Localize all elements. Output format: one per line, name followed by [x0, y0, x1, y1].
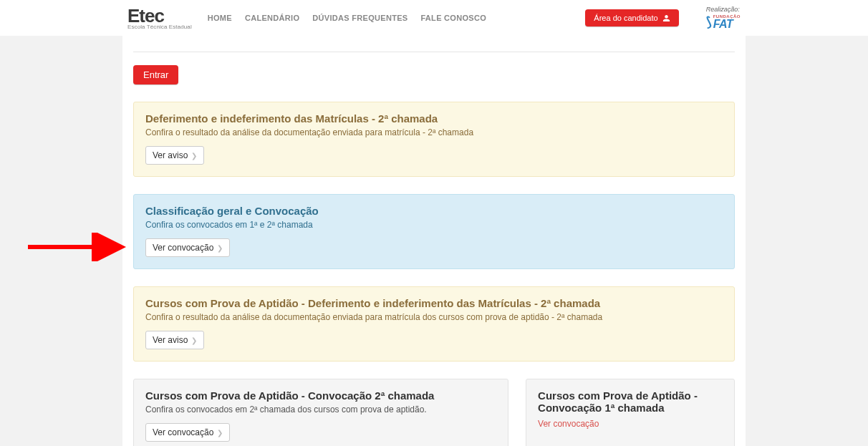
- top-header: Etec Escola Técnica Estadual HOME CALEND…: [0, 0, 868, 36]
- panel-title: Deferimento e indeferimento das Matrícul…: [145, 112, 723, 125]
- ver-convocacao-button[interactable]: Ver convocação ❯: [145, 423, 230, 442]
- ver-aviso-button[interactable]: Ver aviso ❯: [145, 331, 204, 349]
- realizacao-label: Realização:: [706, 6, 740, 13]
- panel-title: Classificação geral e Convocação: [145, 205, 723, 217]
- fat-main-text: FAT: [713, 19, 741, 30]
- ver-convocacao-button[interactable]: Ver convocação ❯: [145, 238, 230, 257]
- fat-logo[interactable]: ⟆ FUNDAÇÃO FAT: [706, 14, 741, 30]
- nav-contact[interactable]: FALE CONOSCO: [420, 14, 486, 22]
- panel-text: Confira os convocados em 2ª chamada dos …: [145, 404, 496, 415]
- chevron-right-icon: ❯: [191, 152, 197, 160]
- panel-aptidao-convocacao-1a: Cursos com Prova de Aptidão - Convocação…: [526, 379, 735, 446]
- annotation-arrow-icon: [24, 233, 132, 261]
- main-nav: HOME CALENDÁRIO DÚVIDAS FREQUENTES FALE …: [208, 14, 486, 22]
- logo-main-text: Etec: [127, 6, 192, 25]
- fat-swirl-icon: ⟆: [705, 16, 711, 29]
- panel-text: Confira os convocados em 1ª e 2ª chamada: [145, 220, 723, 230]
- button-label: Ver convocação: [153, 427, 213, 437]
- chevron-right-icon: ❯: [217, 429, 223, 437]
- panel-title: Cursos com Prova de Aptidão - Deferiment…: [145, 297, 723, 309]
- panel-title: Cursos com Prova de Aptidão - Convocação…: [538, 389, 723, 414]
- ver-convocacao-link[interactable]: Ver convocação: [538, 419, 599, 429]
- chevron-right-icon: ❯: [191, 336, 197, 344]
- candidate-area-button[interactable]: Área do candidato: [585, 9, 678, 26]
- button-label: Ver convocação: [153, 243, 213, 253]
- panel-classificacao: Classificação geral e Convocação Confira…: [133, 194, 735, 269]
- panel-aptidao-deferimento: Cursos com Prova de Aptidão - Deferiment…: [133, 286, 735, 362]
- header-left: Etec Escola Técnica Estadual HOME CALEND…: [127, 6, 486, 30]
- nav-faq[interactable]: DÚVIDAS FREQUENTES: [312, 14, 408, 22]
- nav-calendar[interactable]: CALENDÁRIO: [245, 14, 299, 22]
- panel-row-aptidao: Cursos com Prova de Aptidão - Convocação…: [133, 379, 735, 446]
- panel-text: Confira o resultado da análise da docume…: [145, 312, 723, 322]
- nav-home[interactable]: HOME: [208, 14, 232, 22]
- button-label: Ver aviso: [153, 150, 188, 160]
- header-right: Área do candidato Realização: ⟆ FUNDAÇÃO…: [585, 6, 741, 30]
- panel-title: Cursos com Prova de Aptidão - Convocação…: [145, 389, 496, 402]
- page-content: Entrar Deferimento e indeferimento das M…: [122, 36, 746, 446]
- enter-button[interactable]: Entrar: [133, 65, 178, 84]
- candidate-area-label: Área do candidato: [594, 14, 657, 22]
- divider: [133, 52, 735, 52]
- ver-aviso-button[interactable]: Ver aviso ❯: [145, 146, 204, 165]
- panel-text: Confira o resultado da análise da docume…: [145, 127, 723, 137]
- user-icon: [662, 14, 670, 22]
- panel-deferimento-2a: Deferimento e indeferimento das Matrícul…: [133, 102, 735, 177]
- panel-aptidao-convocacao-2a: Cursos com Prova de Aptidão - Convocação…: [133, 379, 508, 446]
- etec-logo[interactable]: Etec Escola Técnica Estadual: [127, 6, 192, 30]
- chevron-right-icon: ❯: [217, 244, 223, 252]
- button-label: Ver aviso: [153, 335, 188, 345]
- logo-sub-text: Escola Técnica Estadual: [127, 24, 192, 30]
- realizacao-block: Realização: ⟆ FUNDAÇÃO FAT: [706, 6, 741, 30]
